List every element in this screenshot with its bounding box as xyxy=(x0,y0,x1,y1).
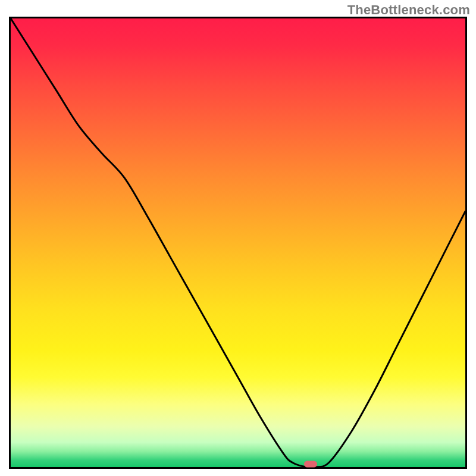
optimal-marker xyxy=(304,461,317,468)
heatmap-background xyxy=(11,18,465,467)
chart-stage: TheBottleneck.com xyxy=(0,0,476,476)
bottleneck-plot xyxy=(11,18,465,467)
watermark-text: TheBottleneck.com xyxy=(347,2,470,18)
plot-frame xyxy=(9,17,467,469)
